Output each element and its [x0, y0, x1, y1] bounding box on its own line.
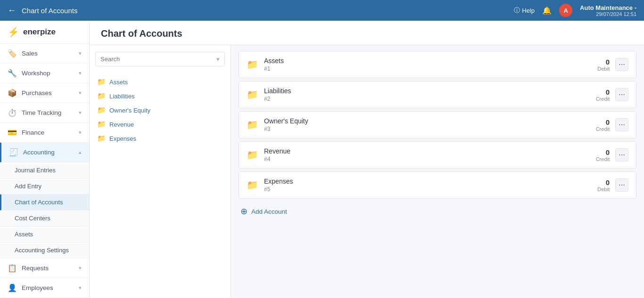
tree-item-revenue[interactable]: 📁 Revenue	[95, 117, 225, 131]
sidebar-item-label: Employees	[22, 284, 53, 291]
account-menu-button[interactable]: ⋯	[615, 88, 628, 101]
account-number: #5	[264, 186, 566, 193]
account-balance: 0 Credit	[572, 118, 610, 132]
tree-item-label: Assets	[109, 79, 128, 86]
sales-icon: 🏷️	[8, 49, 17, 58]
sidebar-item-sales[interactable]: 🏷️ Sales ▾	[0, 44, 89, 64]
account-number: #1	[264, 65, 566, 72]
back-button[interactable]: ←	[8, 6, 16, 16]
folder-icon: 📁	[247, 149, 258, 161]
tree-item-expenses[interactable]: 📁 Expenses	[95, 131, 225, 145]
account-menu-button[interactable]: ⋯	[615, 148, 628, 161]
account-balance: 0 Credit	[572, 148, 610, 162]
accounting-submenu: Journal Entries Add Entry Chart of Accou…	[0, 162, 89, 258]
sidebar-item-label: Finance	[22, 129, 44, 136]
tree-item-liabilities[interactable]: 📁 Liabilities	[95, 89, 225, 103]
topnav-right-section: ⓘ Help 🔔 A Auto Maintenance - 29/07/2024…	[514, 4, 636, 17]
account-row: 📁 Revenue #4 0 Credit ⋯	[239, 141, 636, 169]
add-account-button[interactable]: ⊕ Add Account	[239, 201, 636, 221]
sidebar-sub-cost-centers[interactable]: Cost Centers	[0, 210, 89, 226]
tree-list: 📁 Assets 📁 Liabilities 📁 Owner's Equity …	[90, 73, 231, 147]
logo-text: enerpize	[23, 27, 56, 37]
sidebar-item-label: Time Tracking	[22, 109, 61, 116]
account-menu-button[interactable]: ⋯	[615, 118, 628, 131]
balance-type: Debit	[572, 186, 610, 192]
employees-icon: 👤	[8, 283, 17, 292]
account-balance: 0 Credit	[572, 88, 610, 102]
chevron-down-icon: ▾	[79, 285, 82, 291]
account-name: Owner's Equity	[264, 117, 566, 125]
accounting-icon: 🧾	[9, 148, 18, 157]
help-circle-icon: ⓘ	[514, 6, 520, 15]
add-account-label: Add Account	[251, 208, 287, 215]
search-input[interactable]	[96, 52, 212, 66]
balance-value: 0	[572, 178, 610, 186]
company-date: 29/07/2024 12:51	[580, 11, 636, 17]
account-info: Liabilities #2	[264, 87, 566, 102]
user-avatar[interactable]: A	[559, 4, 572, 17]
sidebar-sub-journal-entries[interactable]: Journal Entries	[0, 162, 89, 178]
sidebar-item-label: Workshop	[22, 70, 50, 77]
right-panel: 📁 Assets #1 0 Debit ⋯ 📁 Liabilities #2 0…	[231, 45, 644, 298]
folder-icon: 📁	[97, 120, 106, 129]
account-info: Revenue #4	[264, 147, 566, 162]
sidebar-item-workshop[interactable]: 🔧 Workshop ▾	[0, 64, 89, 83]
sidebar-sub-accounting-settings[interactable]: Accounting Settings	[0, 242, 89, 258]
account-menu-button[interactable]: ⋯	[615, 178, 628, 192]
notification-bell-icon[interactable]: 🔔	[542, 6, 552, 15]
sidebar-sub-chart-of-accounts[interactable]: Chart of Accounts	[0, 194, 89, 210]
chevron-down-icon: ▾	[79, 129, 82, 136]
chevron-up-icon: ▴	[79, 149, 82, 155]
finance-icon: 💳	[8, 128, 17, 137]
sidebar-item-accounting[interactable]: 🧾 Accounting ▴	[0, 143, 89, 162]
balance-type: Debit	[572, 66, 610, 72]
sidebar-item-purchases[interactable]: 📦 Purchases ▾	[0, 83, 89, 103]
balance-type: Credit	[572, 126, 610, 132]
help-label: Help	[522, 7, 535, 14]
account-name: Revenue	[264, 147, 566, 155]
account-info: Expenses #5	[264, 177, 566, 193]
company-info[interactable]: Auto Maintenance - 29/07/2024 12:51	[580, 4, 636, 17]
account-row: 📁 Liabilities #2 0 Credit ⋯	[239, 81, 636, 108]
add-circle-icon: ⊕	[240, 206, 248, 217]
tree-item-owners-equity[interactable]: 📁 Owner's Equity	[95, 103, 225, 117]
account-row: 📁 Assets #1 0 Debit ⋯	[239, 51, 636, 78]
chevron-down-icon: ▾	[79, 90, 82, 96]
folder-icon: 📁	[247, 89, 258, 100]
requests-icon: 📋	[8, 264, 17, 273]
sidebar-item-requests[interactable]: 📋 Requests ▾	[0, 258, 89, 278]
chevron-down-icon: ▾	[79, 110, 82, 116]
journal-entries-label: Journal Entries	[15, 167, 56, 174]
cost-centers-label: Cost Centers	[15, 215, 50, 222]
sidebar: ⚡ enerpize 🏷️ Sales ▾ 🔧 Workshop ▾ 📦 Pur…	[0, 21, 90, 298]
sidebar-sub-assets[interactable]: Assets	[0, 226, 89, 242]
sidebar-logo: ⚡ enerpize	[0, 21, 89, 44]
account-info: Assets #1	[264, 57, 566, 72]
sidebar-item-time-tracking[interactable]: ⏱️ Time Tracking ▾	[0, 103, 89, 123]
sidebar-item-label: Requests	[22, 265, 49, 272]
folder-icon: 📁	[97, 92, 106, 100]
chevron-down-icon: ▾	[79, 50, 82, 56]
account-name: Assets	[264, 57, 566, 64]
account-number: #3	[264, 126, 566, 132]
page-title: Chart of Accounts	[101, 28, 633, 39]
sidebar-item-employees[interactable]: 👤 Employees ▾	[0, 278, 89, 298]
purchases-icon: 📦	[8, 89, 17, 97]
tree-item-label: Owner's Equity	[109, 107, 150, 114]
help-button[interactable]: ⓘ Help	[514, 6, 535, 15]
accounts-list: 📁 Assets #1 0 Debit ⋯ 📁 Liabilities #2 0…	[239, 51, 636, 199]
balance-type: Credit	[572, 96, 610, 102]
topnav-title: Chart of Accounts	[22, 7, 508, 15]
tree-item-assets[interactable]: 📁 Assets	[95, 75, 225, 89]
chevron-down-icon: ▾	[79, 70, 82, 76]
avatar-letter: A	[563, 7, 568, 14]
account-menu-button[interactable]: ⋯	[615, 58, 628, 71]
main-layout: ⚡ enerpize 🏷️ Sales ▾ 🔧 Workshop ▾ 📦 Pur…	[0, 21, 644, 298]
accounting-settings-label: Accounting Settings	[15, 247, 69, 254]
sidebar-sub-add-entry[interactable]: Add Entry	[0, 178, 89, 194]
account-row: 📁 Expenses #5 0 Debit ⋯	[239, 171, 636, 199]
folder-icon: 📁	[247, 179, 258, 191]
tree-item-label: Revenue	[109, 121, 134, 128]
sidebar-item-finance[interactable]: 💳 Finance ▾	[0, 123, 89, 143]
search-dropdown-icon[interactable]: ▾	[212, 56, 224, 63]
